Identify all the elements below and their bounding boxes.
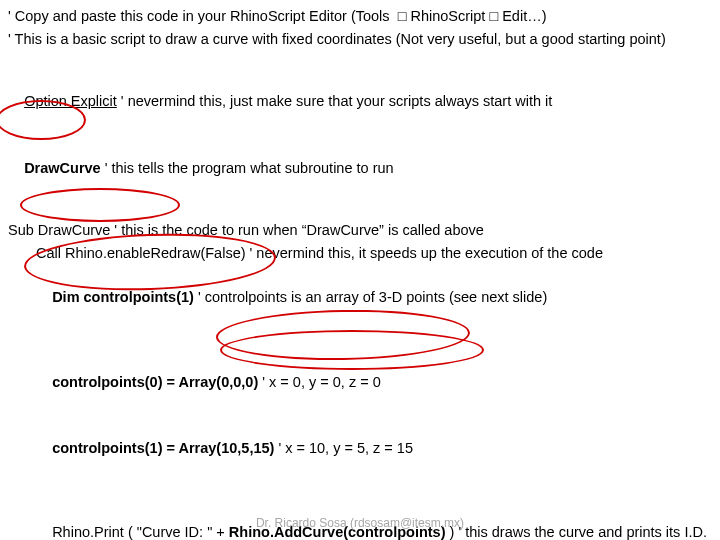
text-fragment: Option Explicit	[24, 93, 117, 109]
text-fragment: ' controlpoints is an array of 3-D point…	[198, 289, 547, 305]
code-line: ' Copy and paste this code in your Rhino…	[8, 6, 712, 28]
text-fragment-bold: DrawCurve	[24, 160, 105, 176]
code-line: DrawCurve ' this tells the program what …	[8, 136, 712, 201]
text-fragment-bold: controlpoints(1) = Array(10,5,15)	[52, 440, 278, 456]
footer-credit: Dr. Ricardo Sosa (rdsosam@itesm.mx)	[0, 514, 720, 532]
text-fragment: ' this tells the program what subroutine…	[105, 160, 394, 176]
code-line: Option Explicit ' nevermind this, just m…	[8, 70, 712, 135]
code-line: Call Rhino.enableRedraw(False) ' nevermi…	[8, 243, 712, 265]
code-line: controlpoints(0) = Array(0,0,0) ' x = 0,…	[8, 350, 712, 415]
text-fragment-bold: controlpoints(0) = Array(0,0,0)	[52, 374, 262, 390]
code-line: Sub DrawCurve ' this is the code to run …	[8, 220, 712, 242]
code-line: ' This is a basic script to draw a curve…	[8, 29, 712, 51]
code-line: Dim controlpoints(1) ' controlpoints is …	[8, 266, 712, 331]
text-fragment: ' nevermind this, just make sure that yo…	[117, 93, 553, 109]
text-fragment: ' x = 0, y = 0, z = 0	[262, 374, 380, 390]
text-fragment-bold: Dim controlpoints(1)	[52, 289, 198, 305]
text-fragment: ' x = 10, y = 5, z = 15	[278, 440, 413, 456]
slide: ' Copy and paste this code in your Rhino…	[0, 0, 720, 540]
code-line: controlpoints(1) = Array(10,5,15) ' x = …	[8, 416, 712, 481]
